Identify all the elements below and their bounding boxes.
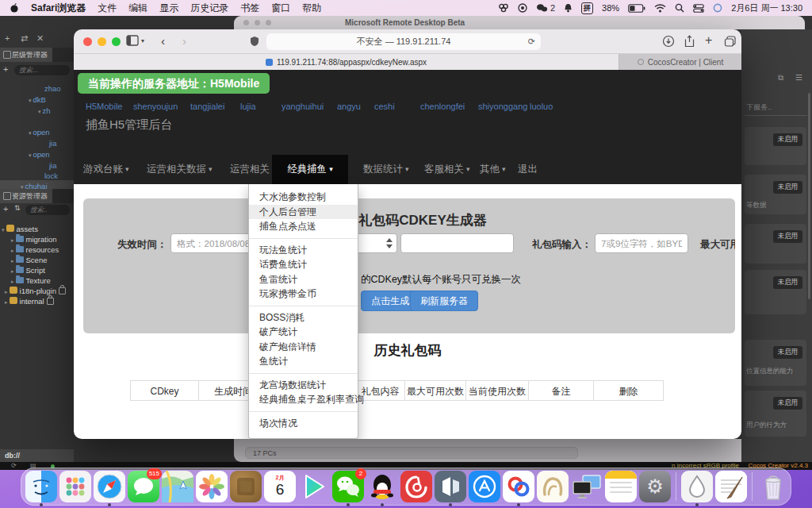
service-card[interactable]: 未启用 [745, 270, 806, 314]
dock-trash[interactable] [757, 471, 789, 502]
asset-node[interactable]: ▸Script [11, 265, 45, 275]
reload-icon[interactable]: ⟳ [528, 33, 535, 50]
add-icon[interactable]: + [5, 33, 10, 43]
nav-logout[interactable]: 退出 [518, 155, 538, 184]
add-node-button[interactable]: + [3, 64, 8, 74]
server-link[interactable]: ceshi [374, 102, 395, 111]
zoom-window-button[interactable] [112, 37, 121, 46]
menu-item[interactable]: 场次情况 [249, 416, 358, 431]
asset-node-assets[interactable]: ▾assets [2, 224, 38, 234]
menu-item[interactable]: BOSS消耗 [249, 310, 358, 325]
menu-history[interactable]: 历史记录 [190, 2, 228, 15]
dock-navicat[interactable] [537, 471, 569, 502]
menu-edit[interactable]: 编辑 [128, 2, 147, 15]
dock-netease-music[interactable] [400, 471, 432, 502]
menu-window[interactable]: 窗口 [271, 2, 290, 15]
dock-messages[interactable]: 515 [128, 471, 159, 502]
spotlight-icon[interactable] [675, 3, 684, 13]
hierarchy-node[interactable]: jia [49, 138, 57, 148]
menu-item[interactable]: 破产炮倍详情 [249, 340, 358, 355]
address-bar[interactable]: 不安全 — 119.91.211.74 ⟳ [266, 33, 541, 50]
service-card[interactable]: 未启用 [745, 224, 806, 264]
control-center-icon[interactable] [693, 4, 704, 13]
tab-overview-icon[interactable] [724, 35, 737, 48]
dock-ms-remote-desktop[interactable] [435, 471, 466, 502]
hierarchy-node[interactable]: ▾zh [38, 106, 51, 116]
dock-system-settings[interactable]: ⚙ [639, 471, 671, 502]
dock-droplet-tool[interactable] [681, 471, 713, 502]
server-link[interactable]: shiyonggang [478, 102, 527, 111]
menu-item[interactable]: 话费鱼统计 [249, 257, 358, 272]
dock-remote-displays[interactable] [571, 471, 603, 502]
nav-game-ledger[interactable]: 游戏台账 [83, 155, 129, 184]
dock-photos[interactable] [196, 471, 228, 502]
close-icon[interactable]: ✕ [36, 33, 44, 44]
menu-help[interactable]: 帮助 [302, 2, 321, 15]
menu-item[interactable]: 大水池参数控制 [249, 190, 358, 205]
menu-item[interactable]: 玩法鱼统计 [249, 243, 358, 258]
dock-finder[interactable] [25, 471, 57, 502]
gift-value-input[interactable] [400, 233, 514, 253]
dock-textedit[interactable] [715, 471, 747, 502]
dock-sunlogin[interactable] [503, 471, 534, 502]
dock-notes[interactable] [605, 471, 637, 502]
asset-node[interactable]: ▸Scene [11, 255, 47, 265]
sidebar-icon[interactable] [126, 35, 139, 46]
dock-launchpad[interactable] [59, 471, 91, 502]
menu-icon[interactable]: ☰ [795, 73, 802, 82]
server-link[interactable]: H5Mobile [86, 102, 122, 111]
nav-classic-fishing[interactable]: 经典捕鱼 [272, 155, 348, 184]
menu-item[interactable]: 破产统计 [249, 325, 358, 340]
hierarchy-node[interactable]: ▾open [29, 127, 50, 137]
menu-bookmarks[interactable]: 书签 [240, 2, 259, 15]
tab-assets[interactable]: 资源管理器 [0, 189, 52, 203]
server-link[interactable]: yanghuihui [282, 102, 324, 111]
menu-item[interactable]: 捕鱼点杀点送 [249, 219, 358, 234]
chevron-down-icon[interactable]: ▾ [141, 37, 144, 44]
server-link[interactable]: shenyoujun [133, 102, 178, 111]
hierarchy-search-input[interactable]: 搜索... [14, 65, 70, 75]
menu-item[interactable]: 玩家携带金币 [249, 287, 358, 302]
downloads-icon[interactable] [662, 35, 675, 48]
nav-operation-data[interactable]: 运营相关数据 [147, 155, 213, 184]
nav-other[interactable]: 其他 [480, 155, 506, 184]
hierarchy-node[interactable]: ▾dkB [29, 94, 46, 105]
dock-video-player[interactable] [298, 471, 330, 502]
service-card[interactable]: 未启用 位置信息的能力 [745, 340, 806, 386]
refresh-servers-button[interactable]: 刷新服务器 [410, 291, 478, 311]
assets-search-input[interactable]: 搜索.. [25, 205, 70, 215]
service-card[interactable]: 未启用 用户的行为方 [745, 391, 806, 437]
menu-bar-clock[interactable]: 2月6日 周一 13:30 [731, 2, 802, 14]
active-app-menu[interactable]: Safari浏览器 [31, 2, 86, 15]
privacy-shield-icon[interactable] [250, 36, 259, 47]
apple-logo-icon[interactable] [10, 2, 19, 13]
minimize-window-button[interactable] [98, 37, 106, 46]
site-brand[interactable]: 捕鱼H5管理后台 [86, 117, 172, 133]
server-link[interactable]: luoluo [530, 102, 553, 111]
server-link[interactable]: chenlongfei [420, 102, 465, 111]
asset-node[interactable]: ▸resources [11, 244, 59, 255]
dock-maps[interactable] [162, 471, 193, 502]
refresh-icon[interactable]: ⟳ [11, 462, 17, 470]
forward-button[interactable]: › [182, 34, 186, 48]
dock-bronze-app[interactable] [230, 471, 262, 502]
swap-icon[interactable]: ⇄ [21, 33, 28, 44]
tab-hierarchy[interactable]: 层级管理器 [0, 48, 52, 62]
wechat-menu-icon[interactable]: 2 [536, 3, 555, 13]
server-link[interactable]: angyu [337, 102, 361, 111]
hierarchy-node[interactable]: jia [49, 160, 57, 171]
nav-operation[interactable]: 运营相关 [230, 155, 276, 184]
service-card[interactable]: 未启用 等数据 [745, 175, 806, 214]
menu-item[interactable]: 龙宫场数据统计 [249, 378, 358, 393]
dock-wechat[interactable]: 2 [332, 471, 364, 502]
sort-icon[interactable]: ⇅ [14, 204, 21, 212]
dock-safari[interactable] [94, 471, 125, 502]
menu-item[interactable]: 鱼统计 [249, 354, 358, 369]
asset-node-locked[interactable]: ▸i18n-plugin [5, 286, 66, 296]
asset-node[interactable]: ▸migration [11, 234, 57, 244]
dock-calendar[interactable]: 2月 6 [264, 471, 296, 502]
sync-status-icon[interactable] [713, 3, 722, 13]
menu-item[interactable]: 鱼雷统计 [249, 272, 358, 287]
record-icon[interactable] [518, 3, 527, 13]
close-window-button[interactable] [83, 37, 92, 46]
